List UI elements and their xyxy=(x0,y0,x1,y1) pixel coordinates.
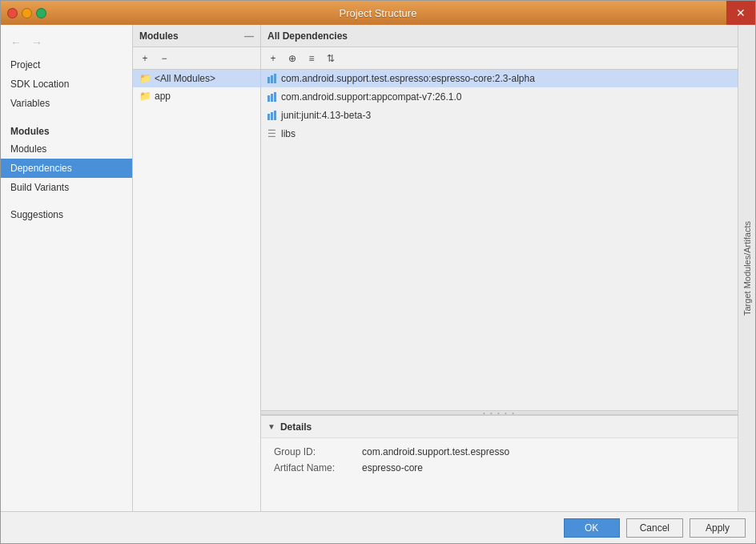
modules-list: 📁 <All Modules> 📁 app xyxy=(133,70,260,511)
module-label-app: app xyxy=(155,91,171,102)
sort-dep-button[interactable]: ≡ xyxy=(303,50,320,67)
sidebar: ← → Project SDK Location Variables Modul… xyxy=(1,25,133,511)
back-button[interactable]: ← xyxy=(7,34,25,51)
module-item-all-modules[interactable]: 📁 <All Modules> xyxy=(133,70,260,87)
dep-icon-junit xyxy=(267,111,276,120)
dep-label-junit: junit:junit:4.13-beta-3 xyxy=(281,110,371,121)
center-panels: Modules — + − 📁 <All Modules> 📁 app xyxy=(133,25,755,511)
details-title: Details xyxy=(280,421,312,433)
window-title: Project Structure xyxy=(340,7,417,19)
apply-button[interactable]: Apply xyxy=(690,518,746,538)
group-id-label: Group ID: xyxy=(274,446,362,457)
right-tab[interactable]: Target Modules/Artifacts xyxy=(738,25,755,511)
details-header: ▼ Details xyxy=(261,416,738,438)
dep-item-espresso[interactable]: com.android.support.test.espresso:espres… xyxy=(261,70,738,88)
dependencies-header: All Dependencies xyxy=(261,25,738,47)
module-item-app[interactable]: 📁 app xyxy=(133,87,260,105)
right-tab-label: Target Modules/Artifacts xyxy=(742,215,752,322)
reorder-dep-button[interactable]: ⇅ xyxy=(322,50,340,67)
sidebar-item-modules[interactable]: Modules xyxy=(1,139,132,159)
dep-label-espresso: com.android.support.test.espresso:espres… xyxy=(281,73,535,84)
sidebar-section-modules: Modules Modules Dependencies Build Varia… xyxy=(1,121,132,197)
folder-icon-app: 📁 xyxy=(139,91,151,102)
main-content: ← → Project SDK Location Variables Modul… xyxy=(1,25,755,511)
modules-section-label: Modules xyxy=(1,121,132,139)
modules-header-label: Modules xyxy=(139,30,179,42)
window-controls xyxy=(7,8,46,18)
project-structure-window: Project Structure ✕ ← → Project SDK Loca… xyxy=(0,0,756,544)
details-collapse-icon[interactable]: ▼ xyxy=(267,422,275,431)
sidebar-item-project[interactable]: Project xyxy=(1,55,132,75)
folder-icon: 📁 xyxy=(139,73,151,84)
nav-toolbar: ← → xyxy=(1,31,132,54)
add-module-button[interactable]: + xyxy=(136,50,154,67)
detail-row-group-id: Group ID: com.android.support.test.espre… xyxy=(274,446,725,457)
dep-label-appcompat: com.android.support:appcompat-v7:26.1.0 xyxy=(281,91,461,103)
dependencies-header-label: All Dependencies xyxy=(267,30,348,42)
sidebar-item-suggestions[interactable]: Suggestions xyxy=(1,205,132,224)
dep-icon-espresso xyxy=(267,74,276,83)
close-dot[interactable] xyxy=(7,8,18,18)
artifact-name-label: Artifact Name: xyxy=(274,462,362,473)
dep-icon-appcompat xyxy=(267,92,276,102)
dep-item-junit[interactable]: junit:junit:4.13-beta-3 xyxy=(261,107,738,125)
details-panel: ▼ Details Group ID: com.android.support.… xyxy=(261,415,738,511)
dep-item-libs[interactable]: ☰ libs xyxy=(261,125,738,143)
dependencies-toolbar: + ⊕ ≡ ⇅ xyxy=(261,47,738,70)
maximize-dot[interactable] xyxy=(36,8,46,18)
group-id-value: com.android.support.test.espresso xyxy=(362,446,509,457)
modules-minimize-icon: — xyxy=(244,30,254,42)
modules-toolbar: + − xyxy=(133,47,260,70)
sidebar-nav: Project SDK Location Variables xyxy=(1,55,132,113)
close-button[interactable]: ✕ xyxy=(726,1,755,25)
forward-button[interactable]: → xyxy=(28,34,46,51)
minimize-dot[interactable] xyxy=(22,8,32,18)
module-label-all-modules: <All Modules> xyxy=(155,73,215,84)
add-dep-specific-button[interactable]: ⊕ xyxy=(284,50,301,67)
details-content: Group ID: com.android.support.test.espre… xyxy=(261,438,738,486)
modules-panel: Modules — + − 📁 <All Modules> 📁 app xyxy=(133,25,261,511)
sidebar-item-sdk-location[interactable]: SDK Location xyxy=(1,75,132,94)
detail-row-artifact-name: Artifact Name: espresso-core xyxy=(274,462,725,473)
dependencies-list: com.android.support.test.espresso:espres… xyxy=(261,70,738,410)
dep-label-libs: libs xyxy=(281,128,296,139)
titlebar: Project Structure ✕ xyxy=(1,1,755,25)
dependencies-area: All Dependencies + ⊕ ≡ ⇅ xyxy=(261,25,738,410)
sidebar-item-build-variants[interactable]: Build Variants xyxy=(1,178,132,197)
right-side: All Dependencies + ⊕ ≡ ⇅ xyxy=(261,25,738,511)
bottom-bar: OK Cancel Apply xyxy=(1,511,755,543)
artifact-name-value: espresso-core xyxy=(362,462,423,473)
cancel-button[interactable]: Cancel xyxy=(626,518,683,538)
sidebar-item-variables[interactable]: Variables xyxy=(1,94,132,113)
libs-icon: ☰ xyxy=(267,128,276,139)
dep-item-appcompat[interactable]: com.android.support:appcompat-v7:26.1.0 xyxy=(261,88,738,107)
remove-module-button[interactable]: − xyxy=(155,50,173,67)
ok-button[interactable]: OK xyxy=(564,518,620,538)
add-dep-button[interactable]: + xyxy=(264,50,282,67)
sidebar-item-dependencies[interactable]: Dependencies xyxy=(1,159,132,178)
modules-panel-header: Modules — xyxy=(133,25,260,47)
sidebar-section-suggestions: Suggestions xyxy=(1,205,132,224)
